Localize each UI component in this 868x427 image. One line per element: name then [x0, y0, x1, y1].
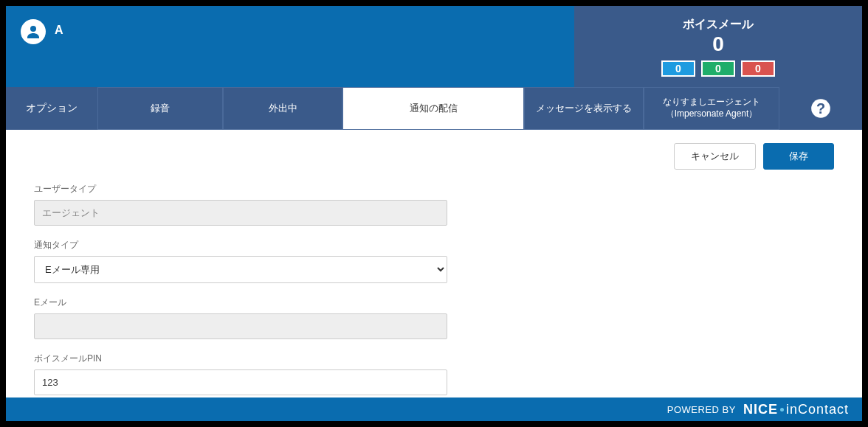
voicemail-badges: 0 0 0: [661, 60, 775, 77]
brand-logo: NICE inContact: [743, 402, 849, 417]
field-email: Eメール: [34, 296, 447, 339]
cancel-button[interactable]: キャンセル: [674, 143, 756, 170]
header: A ボイスメール 0 0 0 0: [6, 6, 862, 87]
svg-text:?: ?: [816, 100, 825, 117]
tab-notification-delivery[interactable]: 通知の配信: [342, 87, 524, 130]
badge-blue[interactable]: 0: [661, 60, 695, 77]
form: ユーザータイプ 通知タイプ Eメール専用 Eメール ボイスメールPIN: [34, 183, 447, 395]
brand-incontact: inContact: [786, 402, 849, 417]
tab-impersonate-agent[interactable]: なりすましエージェント（Impersonate Agent）: [644, 87, 779, 130]
action-row: キャンセル 保存: [34, 143, 834, 170]
avatar-icon: [21, 19, 46, 44]
content-area: キャンセル 保存 ユーザータイプ 通知タイプ Eメール専用 Eメール ボイスメー…: [6, 130, 862, 398]
badge-green[interactable]: 0: [701, 60, 735, 77]
powered-by-label: POWERED BY: [667, 404, 736, 415]
notify-type-select[interactable]: Eメール専用: [34, 256, 447, 283]
svg-point-0: [30, 26, 36, 32]
brand-nice: NICE: [743, 402, 778, 417]
pin-label: ボイスメールPIN: [34, 353, 447, 365]
tab-recording[interactable]: 録音: [97, 87, 223, 130]
tabs-row: オプション 録音 外出中 通知の配信 メッセージを表示する なりすましエージェン…: [6, 87, 862, 130]
voicemail-count: 0: [712, 34, 724, 55]
voicemail-panel: ボイスメール 0 0 0 0: [574, 6, 862, 87]
app-frame: A ボイスメール 0 0 0 0 オプション 録音 外出中 通知の配信 メッセー…: [0, 0, 868, 427]
field-pin: ボイスメールPIN: [34, 353, 447, 395]
field-notify-type: 通知タイプ Eメール専用: [34, 239, 447, 283]
agent-name: A: [55, 24, 63, 37]
tabs-group-label: オプション: [6, 87, 97, 130]
badge-red[interactable]: 0: [741, 60, 775, 77]
pin-input[interactable]: [34, 369, 447, 395]
notify-type-label: 通知タイプ: [34, 239, 447, 251]
email-label: Eメール: [34, 296, 447, 309]
brand-dot-icon: [780, 408, 784, 412]
user-type-label: ユーザータイプ: [34, 183, 447, 195]
user-type-input: [34, 200, 447, 226]
tab-show-message[interactable]: メッセージを表示する: [524, 87, 644, 130]
header-left: A: [6, 6, 574, 87]
help-button[interactable]: ?: [779, 87, 862, 130]
field-user-type: ユーザータイプ: [34, 183, 447, 226]
footer: POWERED BY NICE inContact: [6, 398, 862, 421]
voicemail-title: ボイスメール: [683, 17, 754, 32]
save-button[interactable]: 保存: [763, 143, 834, 170]
tab-away[interactable]: 外出中: [223, 87, 342, 130]
email-input: [34, 313, 447, 339]
